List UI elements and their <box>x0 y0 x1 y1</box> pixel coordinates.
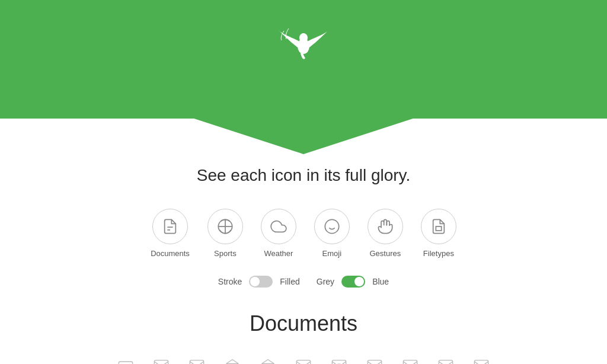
svg-rect-8 <box>436 226 441 231</box>
tagline: See each icon in its full glory. <box>197 166 411 185</box>
category-emoji[interactable]: Emoji <box>314 209 350 258</box>
filetypes-circle-icon <box>421 209 456 244</box>
icon-email-plain[interactable] <box>185 354 209 364</box>
icon-email-card[interactable] <box>114 354 138 364</box>
category-sports[interactable]: Sports <box>207 209 243 258</box>
filled-label: Filled <box>280 277 299 286</box>
categories-row: Documents Sports Weather Emoji Gestures <box>151 209 456 258</box>
icon-email-check[interactable] <box>434 354 458 364</box>
emoji-label: Emoji <box>322 249 342 258</box>
documents-label: Documents <box>151 249 190 258</box>
icon-email-x[interactable] <box>363 354 386 364</box>
weather-circle-icon <box>261 209 296 244</box>
svg-point-1 <box>299 33 308 43</box>
icon-email-open[interactable] <box>221 354 244 364</box>
filetypes-label: Filetypes <box>423 249 454 258</box>
toggle-row: Stroke Filled Grey Blue <box>218 276 389 288</box>
svg-point-5 <box>325 219 338 233</box>
icon-email-heart[interactable] <box>327 354 351 364</box>
grey-blue-toggle[interactable] <box>341 276 365 288</box>
sports-circle-icon <box>207 209 243 244</box>
category-weather[interactable]: Weather <box>261 209 296 258</box>
svg-rect-9 <box>119 362 132 364</box>
gestures-label: Gestures <box>370 249 401 258</box>
category-gestures[interactable]: Gestures <box>368 209 403 258</box>
icon-email-no[interactable] <box>398 354 422 364</box>
category-filetypes[interactable]: Filetypes <box>421 209 456 258</box>
emoji-circle-icon <box>314 209 350 244</box>
icon-email-open-letter[interactable] <box>256 354 280 364</box>
icon-email-pencil[interactable] <box>469 354 493 364</box>
blue-label: Blue <box>372 277 389 286</box>
grey-label: Grey <box>317 277 334 286</box>
icon-email-star[interactable] <box>149 354 173 364</box>
stroke-label: Stroke <box>218 277 242 286</box>
icon-email-closed[interactable] <box>292 354 315 364</box>
section-title: Documents <box>250 311 357 336</box>
stroke-filled-toggle[interactable] <box>249 276 273 288</box>
weather-label: Weather <box>264 249 293 258</box>
hero-section <box>0 0 607 119</box>
gestures-circle-icon <box>368 209 403 244</box>
sports-label: Sports <box>214 249 237 258</box>
brand-bird-icon <box>277 18 330 73</box>
category-documents[interactable]: Documents <box>151 209 190 258</box>
icons-row-1 <box>37 354 570 364</box>
documents-circle-icon <box>152 209 188 244</box>
main-content: See each icon in its full glory. Documen… <box>0 119 607 364</box>
